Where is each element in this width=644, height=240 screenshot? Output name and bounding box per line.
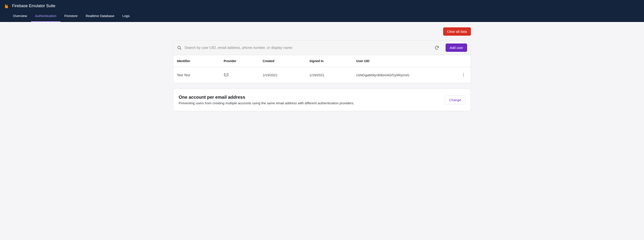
app-header: Firebase Emulator Suite Overview Authent…: [0, 0, 644, 22]
change-button[interactable]: Change: [445, 95, 465, 104]
table-row: Test Test 1/19/2021 1/19/2021 cSNDgaM3ty…: [173, 67, 471, 83]
cell-created: 1/19/2021: [263, 73, 310, 77]
users-card: Add user Identifier Provider Created Sig…: [173, 40, 471, 83]
row-more-button[interactable]: [460, 71, 467, 79]
search-bar: Add user: [173, 40, 471, 55]
settings-title: One account per email address: [179, 95, 354, 100]
firebase-logo-icon: [4, 3, 10, 9]
table-header: Identifier Provider Created Signed In Us…: [173, 55, 471, 67]
svg-point-0: [178, 46, 180, 49]
search-input[interactable]: [184, 46, 430, 50]
svg-point-4: [463, 76, 464, 76]
nav-tabs: Overview Authentication Firestore Realti…: [0, 11, 644, 22]
col-provider: Provider: [224, 59, 263, 63]
cell-user-uid: cSNDgaM3tyr3t9lzmAGf1y5RyzmG: [356, 73, 454, 77]
main-content: Clear all data Add user Identifier Provi…: [168, 22, 476, 116]
email-icon: [224, 72, 263, 78]
clear-all-data-button[interactable]: Clear all data: [443, 27, 471, 36]
app-title: Firebase Emulator Suite: [12, 4, 55, 8]
svg-line-1: [180, 48, 181, 50]
svg-point-3: [463, 74, 464, 75]
col-user-uid: User UID: [356, 59, 454, 63]
col-created: Created: [263, 59, 310, 63]
tab-authentication[interactable]: Authentication: [31, 11, 60, 22]
svg-point-2: [463, 73, 464, 74]
tab-realtime-database[interactable]: Realtime Database: [82, 11, 118, 22]
refresh-button[interactable]: [433, 44, 441, 52]
cell-signed-in: 1/19/2021: [310, 73, 356, 77]
add-user-button[interactable]: Add user: [446, 44, 467, 52]
tab-overview[interactable]: Overview: [9, 11, 31, 22]
cell-identifier: Test Test: [177, 73, 224, 77]
col-identifier: Identifier: [177, 59, 224, 63]
settings-description: Preventing users from creating multiple …: [179, 101, 354, 105]
col-signed-in: Signed In: [310, 59, 356, 63]
tab-logs[interactable]: Logs: [118, 11, 134, 22]
search-icon: [177, 45, 182, 50]
account-settings-card: One account per email address Preventing…: [173, 89, 471, 111]
tab-firestore[interactable]: Firestore: [60, 11, 82, 22]
